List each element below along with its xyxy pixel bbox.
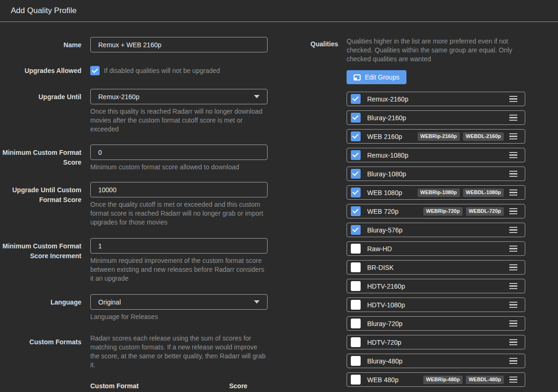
modal-body: Name Upgrades Allowed If disabled qualit… xyxy=(0,22,558,391)
quality-row: WEB 1080p WEBRip-1080pWEBDL-1080p xyxy=(347,185,525,200)
quality-checkbox[interactable] xyxy=(351,150,361,160)
drag-handle-icon[interactable] xyxy=(509,302,517,308)
quality-label: WEB 2160p xyxy=(367,133,402,140)
quality-row: Bluray-480p xyxy=(347,354,525,368)
drag-handle-icon[interactable] xyxy=(509,339,517,346)
quality-checkbox[interactable] xyxy=(351,244,361,254)
quality-group-badge: WEBDL-480p xyxy=(466,376,504,384)
quality-checkbox[interactable] xyxy=(351,169,361,179)
quality-checkbox[interactable] xyxy=(351,188,361,197)
drag-handle-icon[interactable] xyxy=(509,171,517,177)
quality-checkbox[interactable] xyxy=(351,131,361,141)
custom-formats-help: Radarr scores each release using the sum… xyxy=(90,334,268,370)
quality-checkbox[interactable] xyxy=(351,300,361,310)
quality-row: WEB 720p WEBRip-720pWEBDL-720p xyxy=(347,204,525,218)
language-value: Original xyxy=(98,298,121,306)
quality-row: HDTV-1080p xyxy=(347,298,525,312)
upgrade-until-custom-format-score-help: Once the quality cutoff is met or exceed… xyxy=(90,200,268,227)
ungroup-icon xyxy=(354,74,361,80)
edit-groups-button[interactable]: Edit Groups xyxy=(347,70,406,84)
quality-label: Bluray-1080p xyxy=(367,170,406,178)
quality-badges: WEBRip-480pWEBDL-480p xyxy=(423,376,504,384)
add-quality-profile-modal: Add Quality Profile Name Upgrades Allowe… xyxy=(0,0,558,391)
min-custom-format-score-input[interactable] xyxy=(90,145,268,160)
upgrade-until-help: Once this quality is reached Radarr will… xyxy=(90,107,268,134)
drag-handle-icon[interactable] xyxy=(509,377,517,383)
quality-group-badge: WEBRip-720p xyxy=(423,207,463,216)
drag-handle-icon[interactable] xyxy=(509,227,517,233)
modal-header: Add Quality Profile xyxy=(0,0,558,22)
upgrades-allowed-checkbox[interactable] xyxy=(90,66,100,75)
min-custom-format-score-label: Minimum Custom Format Score xyxy=(0,145,81,172)
form-group-qualities: Qualities Qualities higher in the list a… xyxy=(287,37,558,391)
drag-handle-icon[interactable] xyxy=(509,208,517,215)
quality-label: Bluray-720p xyxy=(367,320,403,327)
quality-label: Remux-2160p xyxy=(367,95,408,103)
drag-handle-icon[interactable] xyxy=(509,115,517,121)
language-select[interactable]: Original xyxy=(90,294,268,310)
quality-label: Bluray-480p xyxy=(367,357,403,365)
quality-checkbox[interactable] xyxy=(351,356,361,366)
quality-checkbox[interactable] xyxy=(351,375,361,385)
quality-checkbox[interactable] xyxy=(351,281,361,291)
quality-checkbox[interactable] xyxy=(351,206,361,216)
drag-handle-icon[interactable] xyxy=(509,152,517,159)
quality-checkbox[interactable] xyxy=(351,319,361,328)
drag-handle-icon[interactable] xyxy=(509,96,517,102)
language-help: Language for Releases xyxy=(90,312,268,321)
qualities-help: Qualities higher in the list are more pr… xyxy=(347,37,525,64)
form-group-name: Name xyxy=(0,37,287,52)
quality-row: HDTV-2160p xyxy=(347,279,525,293)
quality-checkbox[interactable] xyxy=(351,337,361,347)
min-custom-format-score-increment-input[interactable] xyxy=(90,238,268,254)
drag-handle-icon[interactable] xyxy=(509,320,517,327)
form-group-upgrades-allowed: Upgrades Allowed If disabled qualities w… xyxy=(0,65,287,76)
quality-checkbox[interactable] xyxy=(351,262,361,272)
upgrade-until-value: Remux-2160p xyxy=(98,93,139,101)
quality-row: BR-DISK xyxy=(347,260,525,275)
form-group-language: Language Original Language for Releases xyxy=(0,294,287,321)
chevron-down-icon xyxy=(254,95,260,98)
name-input[interactable] xyxy=(90,37,268,52)
custom-formats-table-header: Custom Format Score xyxy=(90,382,268,390)
drag-handle-icon[interactable] xyxy=(509,264,517,271)
quality-badges: WEBRip-720pWEBDL-720p xyxy=(423,207,504,216)
quality-row: Remux-1080p xyxy=(347,148,525,162)
qualities-list: Remux-2160p Bluray-2160p WEB 2160p WEBRi… xyxy=(347,92,525,387)
form-group-min-custom-format-score: Minimum Custom Format Score Minimum cust… xyxy=(0,145,287,172)
upgrade-until-label: Upgrade Until xyxy=(0,89,81,134)
quality-checkbox[interactable] xyxy=(351,113,361,123)
quality-row: Bluray-1080p xyxy=(347,167,525,181)
quality-row: Bluray-720p xyxy=(347,316,525,331)
drag-handle-icon[interactable] xyxy=(509,283,517,290)
upgrade-until-custom-format-score-input[interactable] xyxy=(90,182,268,197)
upgrade-until-select[interactable]: Remux-2160p xyxy=(90,89,268,104)
upgrade-until-custom-format-score-label: Upgrade Until Custom Format Score xyxy=(0,182,81,227)
min-custom-format-score-help: Minimum custom format score allowed to d… xyxy=(90,163,268,172)
quality-row: Bluray-2160p xyxy=(347,110,525,125)
drag-handle-icon[interactable] xyxy=(509,189,517,196)
min-custom-format-score-increment-label: Minimum Custom Format Score Increment xyxy=(0,238,81,283)
quality-label: HDTV-1080p xyxy=(367,301,405,309)
quality-label: HDTV-720p xyxy=(367,339,401,346)
edit-groups-label: Edit Groups xyxy=(365,73,399,81)
drag-handle-icon[interactable] xyxy=(509,358,517,364)
page-title: Add Quality Profile xyxy=(11,6,77,15)
quality-row: HDTV-720p xyxy=(347,335,525,349)
quality-label: WEB 480p xyxy=(367,376,399,384)
quality-badges: WEBRip-1080pWEBDL-1080p xyxy=(418,189,504,197)
name-label: Name xyxy=(0,37,81,52)
quality-checkbox[interactable] xyxy=(351,94,361,104)
form-group-min-custom-format-score-increment: Minimum Custom Format Score Increment Mi… xyxy=(0,238,287,283)
drag-handle-icon[interactable] xyxy=(509,246,517,252)
quality-label: Bluray-576p xyxy=(367,226,403,234)
drag-handle-icon[interactable] xyxy=(509,133,517,140)
form-group-upgrade-until: Upgrade Until Remux-2160p Once this qual… xyxy=(0,89,287,134)
quality-checkbox[interactable] xyxy=(351,225,361,235)
quality-group-badge: WEBRip-2160p xyxy=(418,132,460,141)
quality-row: Raw-HD xyxy=(347,241,525,256)
quality-label: Bluray-2160p xyxy=(367,114,406,122)
quality-label: Raw-HD xyxy=(367,245,392,253)
quality-group-badge: WEBDL-1080p xyxy=(463,189,504,197)
quality-row: WEB 480p WEBRip-480pWEBDL-480p xyxy=(347,372,525,387)
